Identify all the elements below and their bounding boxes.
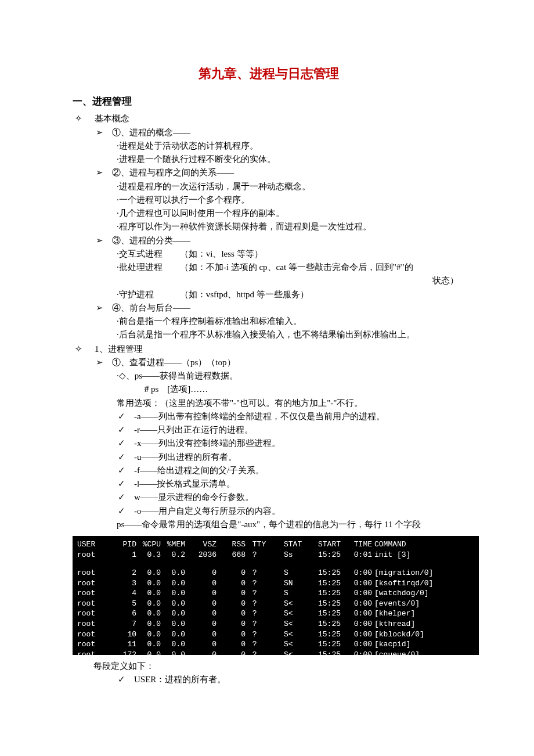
check-icon: ✓ bbox=[118, 464, 134, 477]
chapter-title: 第九章、进程与日志管理 bbox=[73, 64, 464, 84]
text: 1、进程管理 bbox=[95, 344, 143, 354]
text: -r——只列出正在运行的进程。 bbox=[134, 425, 253, 434]
text: 每段定义如下： bbox=[93, 660, 464, 673]
check-icon: ✓ bbox=[118, 477, 134, 491]
text: ·进程是程序的一次运行活动，属于一种动态概念。 bbox=[117, 180, 464, 193]
list-item: ✓-u——列出进程的所有者。 bbox=[118, 451, 464, 464]
text: ·一个进程可以执行一个多个程序。 bbox=[117, 193, 464, 207]
check-icon: ✓ bbox=[118, 437, 134, 450]
table-row: root20.00.000 ?S15:250:00[migration/0] bbox=[77, 568, 474, 578]
list-item: ✓w——显示进程的命令行参数。 bbox=[118, 491, 464, 504]
text: ·前台是指一个程序控制着标准输出和标准输入。 bbox=[117, 315, 464, 328]
text: ④、前台与后台—— bbox=[112, 303, 190, 312]
table-row: root60.00.000 ?S<15:250:00[khelper] bbox=[77, 609, 474, 619]
text: ·进程是一个随执行过程不断变化的实体。 bbox=[117, 153, 464, 166]
diamond-icon: ✧ bbox=[75, 113, 82, 123]
arrow-icon: ➢ bbox=[96, 358, 103, 367]
section-heading-1: 一、进程管理 bbox=[73, 94, 464, 109]
text: 状态） bbox=[73, 274, 464, 287]
list-item: ➢ ③、进程的分类—— bbox=[96, 234, 464, 247]
table-row: root1720.00.000 ?S<15:250:00[cqueue/0] bbox=[77, 650, 474, 655]
check-icon: ✓ bbox=[118, 410, 134, 423]
arrow-icon: ➢ bbox=[96, 303, 103, 312]
text: 常用选项：（这里的选项不带"-"也可以。有的地方加上"-"不行。 bbox=[117, 397, 464, 410]
text: ·进程是处于活动状态的计算机程序。 bbox=[117, 139, 464, 153]
check-icon: ✓ bbox=[118, 673, 134, 686]
list-item: ➢ ①、查看进程——（ps）（top） bbox=[96, 356, 464, 369]
text: -f——给出进程之间的父/子关系。 bbox=[134, 466, 264, 475]
list-item: ➢ ④、前台与后台—— bbox=[96, 301, 464, 315]
check-icon: ✓ bbox=[118, 491, 134, 504]
text: w——显示进程的命令行参数。 bbox=[134, 492, 254, 502]
diamond-icon: ✧ bbox=[75, 344, 82, 354]
text: ·守护进程 （如：vsftpd、httpd 等一些服务） bbox=[117, 288, 464, 301]
list-item: ✓-x——列出没有控制终端的那些进程。 bbox=[118, 437, 464, 450]
terminal-output: USERPID%CPU%MEMVSZRSS TTYSTATSTARTTIMECO… bbox=[73, 536, 479, 654]
list-item: ➢ ②、进程与程序之间的关系—— bbox=[96, 166, 464, 179]
text: -a——列出带有控制终端的全部进程，不仅仅是当前用户的进程。 bbox=[134, 412, 385, 421]
text: ·后台就是指一个程序不从标准输入接受输入，也不将结果输出到标准输出上。 bbox=[117, 328, 464, 341]
text: 基本概念 bbox=[95, 114, 129, 123]
text: ·批处理进程 （如：不加-i 选项的 cp、cat 等一些敲击完命令后，回到"#… bbox=[117, 261, 464, 274]
check-icon: ✓ bbox=[118, 451, 134, 464]
document-page: 第九章、进程与日志管理 一、进程管理 ✧ 基本概念 ➢ ①、进程的概念—— ·进… bbox=[0, 0, 534, 756]
text: ①、进程的概念—— bbox=[112, 128, 190, 137]
table-row: root40.00.000 ?S15:250:00[watchdog/0] bbox=[77, 588, 474, 599]
list-item: ✓-r——只列出正在运行的进程。 bbox=[118, 423, 464, 437]
list-item: ✓USER：进程的所有者。 bbox=[118, 673, 464, 686]
list-item: ✧ 基本概念 bbox=[75, 111, 464, 125]
text: ·几个进程也可以同时使用一个程序的副本。 bbox=[117, 207, 464, 220]
list-item: ✓-a——列出带有控制终端的全部进程，不仅仅是当前用户的进程。 bbox=[118, 410, 464, 423]
table-row: root10.30.22036668 ?Ss15:250:01init [3] bbox=[77, 550, 474, 560]
list-item: ➢ ①、进程的概念—— bbox=[96, 126, 464, 139]
check-icon: ✓ bbox=[118, 505, 134, 518]
table-row: root110.00.000 ?S<15:250:00[kacpid] bbox=[77, 639, 474, 650]
table-row: root50.00.000 ?S<15:250:00[events/0] bbox=[77, 599, 474, 609]
text: -x——列出没有控制终端的那些进程。 bbox=[134, 438, 281, 448]
text: ·交互式进程 （如：vi、less 等等） bbox=[117, 247, 464, 261]
text: ＃ps [选项]…… bbox=[142, 383, 464, 396]
list-item: ✧ 1、进程管理 bbox=[75, 342, 464, 356]
table-row: USERPID%CPU%MEMVSZRSS TTYSTATSTARTTIMECO… bbox=[77, 539, 474, 550]
text: ·程序可以作为一种软件资源长期保持着，而进程则是一次性过程。 bbox=[117, 220, 464, 233]
arrow-icon: ➢ bbox=[96, 168, 103, 177]
text: -u——列出进程的所有者。 bbox=[134, 452, 237, 462]
list-item: ✓-o——用户自定义每行所显示的内容。 bbox=[118, 505, 464, 518]
arrow-icon: ➢ bbox=[96, 236, 103, 245]
table-row: root70.00.000 ?S<15:250:00[kthread] bbox=[77, 619, 474, 629]
table-row: root30.00.000 ?SN15:250:00[ksoftirqd/0] bbox=[77, 578, 474, 589]
list-item: ✓-l——按长格式显示清单。 bbox=[118, 477, 464, 491]
text: ·◇、ps——获得当前进程数据。 bbox=[117, 369, 464, 383]
check-icon: ✓ bbox=[118, 423, 134, 437]
text: ①、查看进程——（ps）（top） bbox=[112, 358, 236, 367]
text: -l——按长格式显示清单。 bbox=[134, 479, 235, 488]
text: USER：进程的所有者。 bbox=[134, 675, 226, 684]
list-item: ✓-f——给出进程之间的父/子关系。 bbox=[118, 464, 464, 477]
text: ③、进程的分类—— bbox=[112, 236, 190, 245]
text: ps——命令最常用的选项组合是"-aux"，每个进程的信息为一行，每行 11 个… bbox=[117, 518, 464, 531]
arrow-icon: ➢ bbox=[96, 128, 103, 137]
table-row: root100.00.000 ?S<15:250:00[kblockd/0] bbox=[77, 629, 474, 640]
text: ②、进程与程序之间的关系—— bbox=[112, 168, 234, 177]
text: -o——用户自定义每行所显示的内容。 bbox=[134, 506, 281, 516]
